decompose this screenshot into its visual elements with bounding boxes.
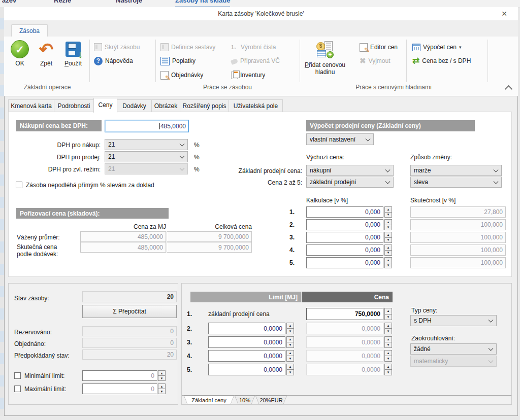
ribbon-tab-zasoba[interactable]: Zásoba bbox=[11, 24, 48, 38]
spinner-down-icon[interactable]: ▼ bbox=[286, 370, 294, 375]
spinner-up-icon[interactable]: ▲ bbox=[384, 336, 392, 342]
price-2-5-source-select[interactable]: základní prodejní bbox=[306, 177, 394, 188]
kalkulace-input-2[interactable]: 0,000 bbox=[306, 219, 383, 230]
base-price-source-select[interactable]: nákupní bbox=[306, 165, 394, 176]
kalkulace-spinner-3[interactable]: ▲▼ bbox=[384, 232, 392, 243]
limit-spinner-5[interactable]: ▲▼ bbox=[286, 364, 294, 375]
discount-exempt-checkbox[interactable] bbox=[16, 182, 22, 188]
apply-button[interactable]: ↓ Použít bbox=[60, 40, 86, 67]
max-limit-spinner[interactable]: ▲▼ bbox=[158, 383, 166, 394]
sheet-tab-10pct[interactable]: 10% bbox=[235, 396, 255, 404]
spinner-up-icon[interactable]: ▲ bbox=[286, 336, 294, 342]
price-2-5-method-select[interactable]: sleva bbox=[410, 177, 502, 188]
min-limit-checkbox[interactable] bbox=[14, 372, 21, 379]
spinner-down-icon[interactable]: ▼ bbox=[158, 376, 166, 381]
price-type-select[interactable]: s DPH bbox=[410, 315, 497, 326]
inventories-button[interactable]: Inventury bbox=[231, 71, 265, 80]
add-price-level-button[interactable]: $+ Přidat cenovou hladinu bbox=[299, 40, 351, 76]
sheet-tab-20pct-eur[interactable]: 20%EUR bbox=[255, 396, 287, 404]
price-calculation-button[interactable]: Výpočet cen ▾ bbox=[412, 43, 462, 52]
spinner-up-icon[interactable]: ▲ bbox=[384, 364, 392, 370]
kalkulace-input-1[interactable]: 0,000 bbox=[306, 206, 383, 218]
spinner-up-icon[interactable]: ▲ bbox=[158, 383, 166, 389]
spinner-up-icon[interactable]: ▲ bbox=[384, 244, 392, 251]
price-with-without-vat-button[interactable]: ⇄ Cena bez / s DPH bbox=[412, 56, 471, 65]
limit-spinner-4[interactable]: ▲▼ bbox=[286, 350, 294, 362]
close-icon[interactable]: ✕ bbox=[498, 7, 511, 20]
min-limit-spinner[interactable]: ▲▼ bbox=[158, 370, 166, 381]
calc-mode-select[interactable]: vlastní nastavení bbox=[306, 133, 374, 145]
kalkulace-spinner-5[interactable]: ▲▼ bbox=[384, 257, 392, 268]
spinner-down-icon[interactable]: ▼ bbox=[384, 225, 392, 231]
tab-dodavky[interactable]: Dodávky bbox=[117, 99, 152, 112]
spinner-down-icon[interactable]: ▼ bbox=[384, 342, 392, 348]
base-price-method-select[interactable]: marže bbox=[410, 165, 502, 176]
spinner-down-icon[interactable]: ▼ bbox=[286, 356, 294, 362]
help-button[interactable]: ? Nápověda bbox=[94, 56, 133, 65]
spinner-up-icon[interactable]: ▲ bbox=[384, 308, 392, 314]
max-limit-checkbox[interactable] bbox=[14, 386, 21, 392]
kalkulace-input-5[interactable]: 0,000 bbox=[306, 257, 383, 268]
orders-button[interactable]: ✎ Objednávky bbox=[160, 71, 203, 80]
spinner-up-icon[interactable]: ▲ bbox=[384, 232, 392, 238]
price-editor-button[interactable]: ✎ Editor cen bbox=[360, 43, 398, 52]
spinner-down-icon[interactable]: ▼ bbox=[384, 356, 392, 362]
spinner-down-icon[interactable]: ▼ bbox=[286, 342, 294, 348]
recalculate-button[interactable]: Σ Přepočítat bbox=[82, 305, 177, 318]
limit-input-5[interactable]: 0,0000 bbox=[208, 364, 285, 375]
kalkulace-input-3[interactable]: 0,000 bbox=[306, 232, 383, 243]
spinner-down-icon[interactable]: ▼ bbox=[286, 329, 294, 334]
spinner-up-icon[interactable]: ▲ bbox=[384, 257, 392, 263]
limit-spinner-2[interactable]: ▲▼ bbox=[286, 323, 294, 334]
spinner-up-icon[interactable]: ▲ bbox=[158, 370, 166, 376]
purchase-price-input[interactable]: 485,0000 bbox=[105, 120, 189, 132]
spinner-down-icon[interactable]: ▼ bbox=[158, 389, 166, 394]
tab-kmenova-karta[interactable]: Kmenová karta bbox=[8, 99, 54, 112]
tab-rozsireny-popis[interactable]: Rozšířený popis bbox=[180, 99, 229, 112]
spinner-down-icon[interactable]: ▼ bbox=[384, 263, 392, 269]
chevron-down-icon bbox=[489, 346, 494, 351]
spinner-down-icon[interactable]: ▼ bbox=[384, 329, 392, 334]
price-spinner-2[interactable]: ▲▼ bbox=[384, 323, 392, 334]
report-definition-icon bbox=[160, 43, 169, 51]
tab-ceny[interactable]: Ceny bbox=[93, 98, 117, 113]
spinner-up-icon[interactable]: ▲ bbox=[384, 350, 392, 356]
rounding-select[interactable]: žádné bbox=[410, 343, 497, 355]
spinner-down-icon[interactable]: ▼ bbox=[384, 251, 392, 256]
spinner-up-icon[interactable]: ▲ bbox=[286, 350, 294, 356]
spinner-down-icon[interactable]: ▼ bbox=[384, 213, 392, 218]
spinner-down-icon[interactable]: ▼ bbox=[384, 314, 392, 321]
max-limit-input[interactable]: 0 bbox=[82, 383, 157, 394]
tab-podrobnosti[interactable]: Podrobnosti bbox=[54, 99, 94, 112]
kalkulace-spinner-4[interactable]: ▲▼ bbox=[384, 244, 392, 256]
tab-obrazek[interactable]: Obrázek bbox=[151, 99, 180, 112]
spinner-up-icon[interactable]: ▲ bbox=[384, 206, 392, 213]
price-input-1[interactable]: 750,0000 bbox=[306, 308, 383, 320]
spinner-up-icon[interactable]: ▲ bbox=[286, 323, 294, 329]
spinner-down-icon[interactable]: ▼ bbox=[384, 238, 392, 243]
vat-sale-select[interactable]: 21 bbox=[105, 151, 188, 162]
spinner-up-icon[interactable]: ▲ bbox=[384, 219, 392, 225]
min-limit-input[interactable]: 0 bbox=[82, 370, 157, 381]
price-spinner-3[interactable]: ▲▼ bbox=[384, 336, 392, 348]
sheet-tab-zakladni-ceny[interactable]: Základní ceny bbox=[184, 396, 234, 404]
limit-input-4[interactable]: 0,0000 bbox=[208, 350, 285, 362]
spinner-up-icon[interactable]: ▲ bbox=[384, 323, 392, 329]
spinner-up-icon[interactable]: ▲ bbox=[286, 364, 294, 370]
ribbon-collapse-button[interactable] bbox=[506, 86, 511, 92]
kalkulace-spinner-1[interactable]: ▲▼ bbox=[384, 206, 392, 218]
price-spinner-1[interactable]: ▲▼ bbox=[384, 308, 392, 320]
vat-purchase-select[interactable]: 21 bbox=[105, 139, 188, 150]
tab-uzivatelska-pole[interactable]: Uživatelská pole bbox=[229, 99, 283, 112]
kalkulace-spinner-2[interactable]: ▲▼ bbox=[384, 219, 392, 230]
limit-input-2[interactable]: 0,0000 bbox=[208, 323, 285, 334]
kalkulace-input-4[interactable]: 0,000 bbox=[306, 244, 383, 256]
price-spinner-5[interactable]: ▲▼ bbox=[384, 364, 392, 375]
spinner-down-icon[interactable]: ▼ bbox=[384, 370, 392, 375]
limit-spinner-3[interactable]: ▲▼ bbox=[286, 336, 294, 348]
price-spinner-4[interactable]: ▲▼ bbox=[384, 350, 392, 362]
fees-button[interactable]: Poplatky bbox=[160, 56, 196, 65]
ok-button[interactable]: ✓ OK bbox=[8, 40, 31, 67]
undo-button[interactable]: ↶ Zpět bbox=[35, 40, 58, 67]
limit-input-3[interactable]: 0,0000 bbox=[208, 336, 285, 348]
